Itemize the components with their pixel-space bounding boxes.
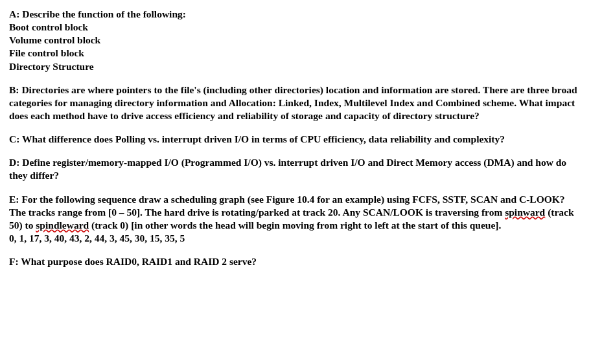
section-e-part3: (track 0) [in other words the head will …	[89, 220, 501, 231]
section-a-item-1: Volume control block	[9, 34, 582, 47]
section-e-sequence: 0, 1, 17, 3, 40, 43, 2, 44, 3, 45, 30, 1…	[9, 232, 582, 245]
section-f-text: F: What purpose does RAID0, RAID1 and RA…	[9, 256, 257, 267]
section-c: C: What difference does Polling vs. inte…	[9, 133, 582, 146]
section-f: F: What purpose does RAID0, RAID1 and RA…	[9, 255, 582, 268]
section-a-item-3: Directory Structure	[9, 60, 582, 73]
section-d-text: D: Define register/memory-mapped I/O (Pr…	[9, 157, 566, 181]
section-e-wavy2: spindleward	[36, 220, 89, 231]
section-e-part1: E: For the following sequence draw a sch…	[9, 194, 565, 218]
section-a: A: Describe the function of the followin…	[9, 8, 582, 73]
section-e: E: For the following sequence draw a sch…	[9, 193, 582, 245]
section-b: B: Directories are where pointers to the…	[9, 84, 582, 122]
section-a-item-2: File control block	[9, 47, 582, 60]
section-a-prompt: A: Describe the function of the followin…	[9, 8, 582, 21]
section-d: D: Define register/memory-mapped I/O (Pr…	[9, 156, 582, 182]
section-c-text: C: What difference does Polling vs. inte…	[9, 133, 505, 144]
section-b-text: B: Directories are where pointers to the…	[9, 84, 577, 121]
section-a-item-0: Boot control block	[9, 21, 582, 34]
section-e-wavy1: spinward	[505, 207, 545, 218]
